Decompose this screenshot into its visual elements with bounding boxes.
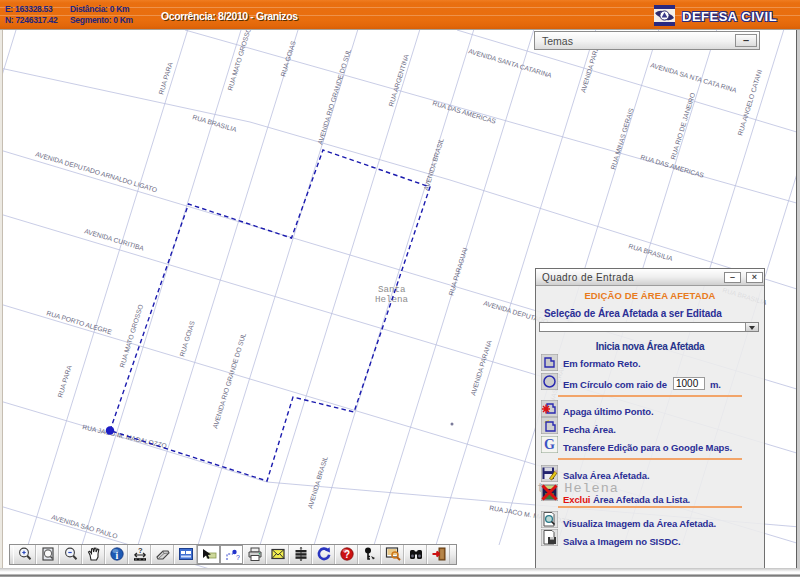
svg-text:i: i [115, 550, 118, 561]
svg-text:?: ? [138, 546, 143, 555]
svg-text:G: G [544, 437, 555, 452]
svg-text:?: ? [344, 549, 350, 560]
svg-text:?: ? [236, 554, 240, 561]
